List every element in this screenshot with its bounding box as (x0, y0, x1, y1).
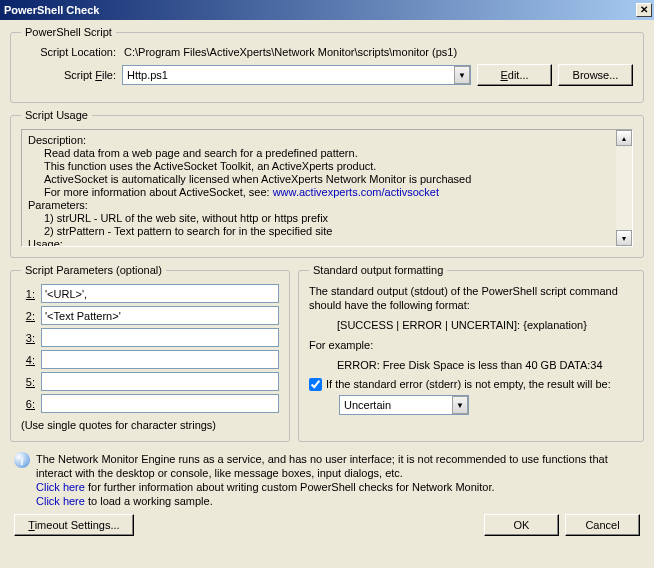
stdout-legend: Standard output formatting (309, 264, 447, 276)
param-label-5: 5: (21, 376, 35, 388)
param1: 1) strURL - URL of the web site, without… (44, 212, 626, 225)
edit-button[interactable]: Edit... (477, 64, 552, 86)
script-usage-group: Script Usage Description: Read data from… (10, 109, 644, 258)
param-label-6: 6: (21, 398, 35, 410)
script-file-value: Http.ps1 (123, 69, 454, 81)
script-location-value: C:\Program Files\ActiveXperts\Network Mo… (122, 46, 633, 58)
params-hint: (Use single quotes for character strings… (21, 419, 279, 431)
stderr-result-value: Uncertain (340, 399, 452, 411)
param-input-1[interactable] (41, 284, 279, 303)
ok-button[interactable]: OK (484, 514, 559, 536)
param-input-3[interactable] (41, 328, 279, 347)
info-link-1[interactable]: Click here (36, 481, 85, 493)
params-legend: Script Parameters (optional) (21, 264, 166, 276)
powershell-script-group: PowerShell Script Script Location: C:\Pr… (10, 26, 644, 103)
activesocket-link[interactable]: www.activexperts.com/activsocket (273, 186, 439, 198)
usage-label: Usage: (28, 238, 626, 247)
cancel-button[interactable]: Cancel (565, 514, 640, 536)
params-label: Parameters: (28, 199, 626, 212)
param-label-4: 4: (21, 354, 35, 366)
param-label-2: 2: (21, 310, 35, 322)
stdout-l2: [SUCCESS | ERROR | UNCERTAIN]: {explanat… (309, 318, 633, 332)
desc-line4: For more information about ActiveSocket,… (44, 186, 626, 199)
script-legend: PowerShell Script (21, 26, 116, 38)
usage-legend: Script Usage (21, 109, 92, 121)
info-link-1-text: for further information about writing cu… (85, 481, 495, 493)
stdout-formatting-group: Standard output formatting The standard … (298, 264, 644, 442)
scroll-up-icon[interactable]: ▴ (616, 130, 632, 146)
chevron-down-icon[interactable]: ▼ (452, 396, 468, 414)
timeout-settings-button[interactable]: Timeout Settings... (14, 514, 134, 536)
window-title: PowerShell Check (4, 4, 99, 16)
param-input-4[interactable] (41, 350, 279, 369)
stdout-l4: ERROR: Free Disk Space is less than 40 G… (309, 358, 633, 372)
stdout-l1: The standard output (stdout) of the Powe… (309, 284, 633, 312)
param-input-6[interactable] (41, 394, 279, 413)
info-text: The Network Monitor Engine runs as a ser… (36, 452, 640, 480)
info-icon: i (14, 452, 30, 468)
chevron-down-icon[interactable]: ▼ (454, 66, 470, 84)
stderr-checkbox[interactable] (309, 378, 322, 391)
script-location-label: Script Location: (21, 46, 116, 58)
desc-line1: Read data from a web page and search for… (44, 147, 626, 160)
stderr-label: If the standard error (stderr) is not em… (326, 378, 611, 390)
param-input-2[interactable] (41, 306, 279, 325)
stderr-result-combo[interactable]: Uncertain ▼ (339, 395, 469, 415)
param-label-3: 3: (21, 332, 35, 344)
usage-text-area: Description: Read data from a web page a… (21, 129, 633, 247)
stdout-l3: For example: (309, 338, 633, 352)
desc-line3: ActiveSocket is automatically licensed w… (44, 173, 626, 186)
desc-label: Description: (28, 134, 626, 147)
param-input-5[interactable] (41, 372, 279, 391)
scroll-down-icon[interactable]: ▾ (616, 230, 632, 246)
script-file-combo[interactable]: Http.ps1 ▼ (122, 65, 471, 85)
param-label-1: 1: (21, 288, 35, 300)
info-link-2-text: to load a working sample. (85, 495, 213, 507)
script-parameters-group: Script Parameters (optional) 1: 2: 3: 4:… (10, 264, 290, 442)
info-link-2[interactable]: Click here (36, 495, 85, 507)
close-button[interactable]: ✕ (636, 3, 652, 17)
desc-line2: This function uses the ActiveSocket Tool… (44, 160, 626, 173)
param2: 2) strPattern - Text pattern to search f… (44, 225, 626, 238)
script-file-label: Script File: (21, 69, 116, 81)
browse-button[interactable]: Browse... (558, 64, 633, 86)
